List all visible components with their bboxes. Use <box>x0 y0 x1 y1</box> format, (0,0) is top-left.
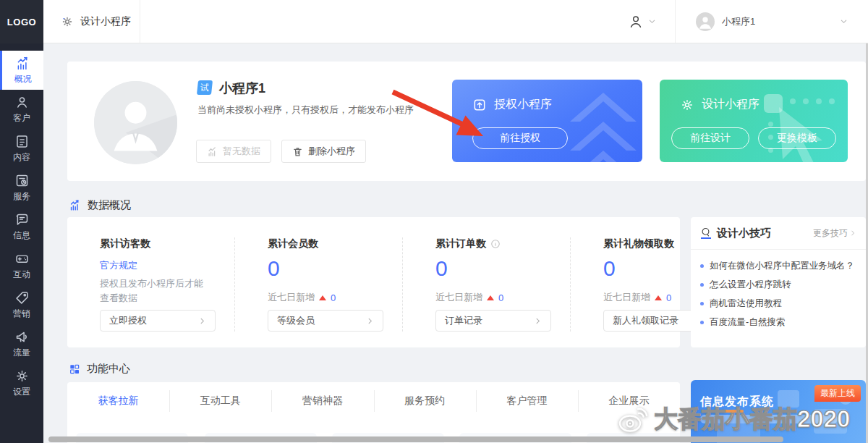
delta-up-icon <box>655 295 662 300</box>
order-records-button[interactable]: 订单记录 <box>435 310 551 332</box>
sidebar-item-customers[interactable]: 客户 <box>0 90 43 129</box>
sidebar-item-label: 内容 <box>13 151 30 164</box>
dashboard-page: LOGO 设计小程序 <box>0 0 868 443</box>
topnav-design-miniprogram[interactable]: 设计小程序 <box>61 0 131 43</box>
more-tips-label: 更多技巧 <box>813 227 848 240</box>
tip-link[interactable]: 百度流量-自然搜索 <box>700 313 856 332</box>
miniprogram-profile-card: 试 小程序1 当前尚未授权小程序，只有授权后，才能发布小程序 暂无数据 删除小程… <box>67 62 866 181</box>
document-icon <box>14 134 30 149</box>
official-rules-link[interactable]: 官方规定 <box>100 259 216 272</box>
info-icon[interactable] <box>490 239 501 249</box>
more-tips-link[interactable]: 更多技巧 <box>813 227 856 240</box>
service-file-icon <box>14 173 30 188</box>
miniprogram-name: 小程序1 <box>219 80 265 97</box>
tab-customer-management[interactable]: 客户管理 <box>476 395 578 408</box>
tip-label: 如何在微信小程序中配置业务域名？ <box>710 260 854 272</box>
sidebar-item-marketing[interactable]: 营销 <box>0 285 43 324</box>
design-miniprogram-card: 设计小程序 前往设计 更换模板 <box>660 80 848 162</box>
chevron-right-icon <box>198 317 206 325</box>
tab-enterprise-display[interactable]: 企业展示 <box>578 395 680 408</box>
chevron-right-icon <box>366 317 374 325</box>
delete-label: 删除小程序 <box>308 145 355 158</box>
sidebar-item-traffic[interactable]: 流量 <box>0 324 43 363</box>
tab-acquire-customers[interactable]: 获客拉新 <box>67 395 169 408</box>
tip-label: 怎么设置小程序跳转 <box>710 279 791 291</box>
stat-value: 0 <box>435 256 551 281</box>
function-center-header: 功能中心 <box>69 362 130 376</box>
sidebar-item-overview[interactable]: 概况 <box>0 51 43 90</box>
stat-visitors: 累计访客数 官方规定 授权且发布小程序后才能 查看数据 立即授权 <box>67 237 234 332</box>
button-label: 立即授权 <box>109 314 147 327</box>
sidebar-item-label: 信息 <box>13 229 30 242</box>
sidebar-item-label: 互动 <box>13 269 30 281</box>
delta-label: 近七日新增 <box>603 291 650 304</box>
sidebar-item-messages[interactable]: 信息 <box>0 207 43 246</box>
account-name: 小程序1 <box>722 15 755 28</box>
avatar <box>94 81 177 164</box>
sidebar-item-settings[interactable]: 设置 <box>0 363 43 402</box>
button-label: 订单记录 <box>445 314 482 327</box>
go-authorize-button[interactable]: 前往授权 <box>472 127 568 149</box>
stat-label: 累计订单数 <box>435 237 486 250</box>
no-data-label: 暂无数据 <box>223 145 260 158</box>
account-menu[interactable]: 小程序1 <box>676 0 868 43</box>
stat-note: 授权且发布小程序后才能 查看数据 <box>100 277 216 305</box>
chevron-down-icon <box>840 17 848 25</box>
horizontal-scrollbar[interactable] <box>48 436 783 442</box>
bullet-icon <box>700 264 704 268</box>
stat-members: 累计会员数 0 近七日新增 0 等级会员 <box>234 237 402 332</box>
design-tips-panel: 设计小技巧 更多技巧 如何在微信小程序中配置业务域名？ 怎么设置小程序跳转 商机… <box>691 217 866 347</box>
delta-up-icon <box>487 295 494 300</box>
sidebar-item-label: 概况 <box>14 73 32 85</box>
topnav-label: 设计小程序 <box>80 15 131 28</box>
user-icon <box>628 14 644 30</box>
authorize-now-button[interactable]: 立即授权 <box>100 310 216 332</box>
tab-service-booking[interactable]: 服务预约 <box>374 395 476 408</box>
no-data-button[interactable]: 暂无数据 <box>196 140 271 163</box>
banner-title: 信息发布系统 <box>700 395 774 410</box>
stat-value: 0 <box>268 256 383 281</box>
tag-icon <box>14 290 30 305</box>
button-label: 等级会员 <box>277 314 315 327</box>
delta-value: 0 <box>331 292 336 303</box>
authorize-icon <box>472 98 487 112</box>
user-menu[interactable] <box>609 0 675 43</box>
stat-label: 累计会员数 <box>268 237 383 250</box>
banner-subtitle-bar <box>700 415 838 423</box>
message-icon <box>14 212 30 227</box>
member-levels-button[interactable]: 等级会员 <box>268 310 383 332</box>
chevron-down-icon <box>648 17 656 25</box>
gear-icon <box>14 368 30 384</box>
tip-label: 商机雷达使用教程 <box>710 298 782 310</box>
go-design-button[interactable]: 前往设计 <box>671 127 749 149</box>
info-publish-banner[interactable]: 信息发布系统 最新上线 <box>691 380 866 443</box>
tip-link[interactable]: 怎么设置小程序跳转 <box>700 275 856 294</box>
trial-badge: 试 <box>197 80 213 95</box>
function-tabs: 获客拉新 互动工具 营销神器 服务预约 客户管理 企业展示 <box>67 382 680 420</box>
tip-label: 百度流量-自然搜索 <box>710 316 785 329</box>
sidebar-item-interaction[interactable]: 互动 <box>0 246 43 285</box>
delta-label: 近七日新增 <box>268 291 315 304</box>
bullet-icon <box>700 321 704 324</box>
sidebar-item-services[interactable]: 服务 <box>0 168 43 207</box>
delta-up-icon <box>319 295 326 300</box>
new-release-badge: 最新上线 <box>814 385 861 402</box>
logo: LOGO <box>0 0 43 43</box>
bullet-icon <box>700 283 704 287</box>
tab-interactive-tools[interactable]: 互动工具 <box>169 395 271 408</box>
delete-miniprogram-button[interactable]: 删除小程序 <box>281 140 366 163</box>
avatar <box>696 12 715 31</box>
megaphone-icon <box>14 329 30 345</box>
gamepad-icon <box>14 251 30 266</box>
tip-link[interactable]: 如何在微信小程序中配置业务域名？ <box>700 256 856 275</box>
tab-marketing-tools[interactable]: 营销神器 <box>271 395 373 408</box>
sidebar-item-content[interactable]: 内容 <box>0 129 43 168</box>
sidebar: 概况 客户 内容 服务 <box>0 43 43 443</box>
change-template-button[interactable]: 更换模板 <box>758 127 836 149</box>
delta-label: 近七日新增 <box>435 291 482 304</box>
mini-chart-icon <box>207 146 218 157</box>
delta-value: 0 <box>498 292 503 303</box>
sidebar-item-label: 流量 <box>13 347 30 359</box>
tip-link[interactable]: 商机雷达使用教程 <box>700 294 856 313</box>
lamp-icon <box>700 227 711 239</box>
